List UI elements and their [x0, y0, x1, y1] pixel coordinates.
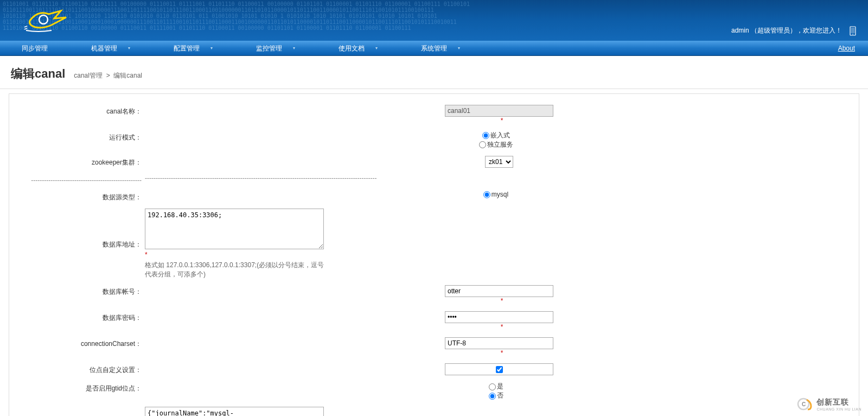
form-container: canal名称： * 运行模式： 嵌入式 独立服务 zookeeper集群： z…: [9, 93, 859, 416]
radio-standalone[interactable]: 独立服务: [479, 140, 513, 149]
label-conn-charset: connectionCharset：: [15, 337, 145, 349]
watermark-text-bottom: CHUANG XIN HU LIAN: [816, 407, 861, 411]
chevron-down-icon: ▾: [128, 41, 130, 56]
label-db-user: 数据库帐号：: [15, 285, 145, 297]
label-ds-type: 数据源类型：: [15, 191, 145, 202]
separator-right: ----------------------------------------…: [145, 174, 853, 182]
svg-point-0: [39, 15, 48, 24]
chevron-down-icon: ▾: [293, 41, 295, 56]
radio-embedded[interactable]: 嵌入式: [482, 131, 510, 140]
zk-cluster-select[interactable]: zk01: [485, 156, 513, 168]
separator-left: ----------------------------------------…: [15, 174, 145, 184]
label-pos-custom: 位点自定义设置：: [15, 363, 145, 375]
nav-system-mgmt[interactable]: 系统管理▾: [399, 41, 482, 55]
label-gtid: 是否启用gtid位点：: [15, 382, 145, 393]
breadcrumb-sep: >: [106, 72, 110, 79]
chevron-down-icon: ▾: [375, 41, 378, 56]
user-info-label: admin （超级管理员），欢迎您进入！: [731, 26, 842, 35]
radio-gtid-yes[interactable]: 是: [489, 382, 503, 391]
pos-custom-checkbox[interactable]: [496, 366, 503, 373]
radio-gtid-no[interactable]: 否: [489, 391, 503, 400]
page-title: 编辑canal: [11, 66, 65, 82]
canal-name-input: [445, 105, 553, 117]
nav-label: 系统管理: [421, 41, 447, 56]
required-star: *: [145, 251, 148, 259]
nav-label: 机器管理: [91, 41, 117, 56]
logo: [22, 4, 76, 39]
required-star: *: [501, 323, 503, 331]
label-db-addr: 数据库地址：: [15, 209, 145, 249]
nav-label: 配置管理: [174, 41, 200, 56]
nav-docs[interactable]: 使用文档▾: [317, 41, 399, 55]
chevron-down-icon: ▾: [210, 41, 213, 56]
label-run-mode: 运行模式：: [15, 131, 145, 142]
label-db-pass: 数据库密码：: [15, 311, 145, 323]
watermark-logo: C 创新互联 CHUANG XIN HU LIAN: [797, 395, 861, 413]
required-star: *: [501, 297, 503, 305]
main-nav: 同步管理 机器管理▾ 配置管理▾ 监控管理▾ 使用文档▾ 系统管理▾ About: [0, 41, 868, 56]
header-banner: 01101001 01101110 01100110 01101111 0010…: [0, 0, 868, 41]
db-user-input[interactable]: [445, 285, 553, 297]
phone-icon[interactable]: [850, 26, 856, 37]
required-star: *: [501, 117, 503, 124]
pos-info-textarea[interactable]: [145, 407, 324, 416]
label-canal-name: canal名称：: [15, 105, 145, 116]
nav-monitor-mgmt[interactable]: 监控管理▾: [234, 41, 317, 55]
chevron-down-icon: ▾: [458, 41, 460, 56]
nav-config-mgmt[interactable]: 配置管理▾: [152, 41, 234, 55]
label-zk-cluster: zookeeper集群：: [15, 156, 145, 167]
conn-charset-input[interactable]: [445, 337, 553, 349]
svg-text:C: C: [802, 401, 806, 407]
nav-label: 使用文档: [339, 41, 365, 56]
watermark-icon: C: [797, 395, 814, 413]
nav-label: 同步管理: [22, 41, 48, 56]
nav-sync-mgmt[interactable]: 同步管理: [0, 41, 69, 55]
nav-label: 监控管理: [256, 41, 282, 56]
breadcrumb: canal管理 > 编辑canal: [74, 71, 142, 80]
nav-machine-mgmt[interactable]: 机器管理▾: [69, 41, 152, 55]
radio-mysql[interactable]: mysql: [483, 191, 508, 198]
watermark-text-top: 创新互联: [816, 398, 861, 407]
db-pass-input[interactable]: [445, 311, 553, 323]
breadcrumb-parent[interactable]: canal管理: [74, 72, 103, 79]
svg-point-3: [852, 34, 853, 35]
svg-rect-2: [851, 28, 855, 33]
page-header: 编辑canal canal管理 > 编辑canal: [0, 56, 868, 89]
breadcrumb-current: 编辑canal: [113, 72, 142, 79]
about-link[interactable]: About: [825, 41, 868, 55]
label-pos-info: 位点信息：: [15, 407, 145, 416]
pos-custom-wrap: [445, 363, 553, 375]
db-addr-textarea[interactable]: [145, 209, 324, 249]
db-addr-help: 格式如 127.0.0.1:3306,127.0.0.1:3307;(必须以分号…: [145, 261, 329, 279]
required-star: *: [501, 349, 503, 357]
